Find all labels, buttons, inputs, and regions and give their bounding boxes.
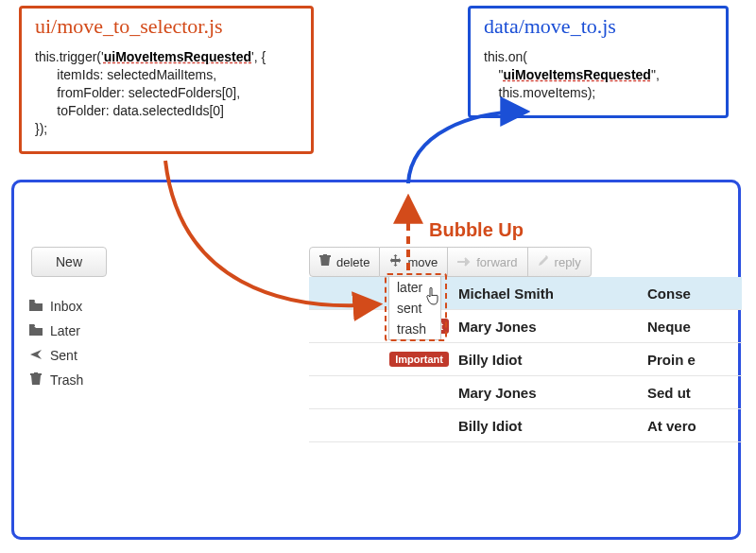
folder-list: Inbox Later Sent Trash: [24, 294, 194, 392]
sent-icon: [29, 348, 43, 363]
move-dropdown[interactable]: later sent trash: [388, 276, 441, 340]
forward-icon: [457, 255, 471, 269]
folder-sent[interactable]: Sent: [24, 343, 194, 368]
mail-from: Mary Jones: [458, 385, 647, 401]
dropdown-option-sent[interactable]: sent: [389, 298, 440, 319]
code-box-title: data/move_to.js: [484, 14, 713, 39]
tag-cell: Important: [309, 352, 458, 367]
code-snippet: this.trigger('uiMoveItemsRequested', { i…: [35, 48, 298, 138]
reply-button[interactable]: reply: [528, 247, 592, 277]
trash-icon: [29, 372, 43, 389]
button-label: delete: [336, 255, 369, 269]
mail-from: Billy Idiot: [458, 418, 647, 434]
bubble-up-label: Bubble Up: [429, 219, 524, 240]
mail-from: Billy Idiot: [458, 352, 647, 368]
folder-icon: [29, 323, 43, 338]
folder-label: Trash: [50, 372, 83, 388]
mail-from: Mary Jones: [458, 319, 647, 335]
mail-subject: Proin e: [647, 352, 742, 368]
trash-icon: [319, 254, 331, 269]
dropdown-option-later[interactable]: later: [389, 277, 440, 298]
folder-icon: [29, 299, 43, 314]
pencil-icon: [538, 255, 549, 269]
folder-label: Inbox: [50, 299, 82, 314]
folder-label: Sent: [50, 348, 77, 363]
code-box-title: ui/move_to_selector.js: [35, 14, 298, 39]
mail-from: Michael Smith: [458, 285, 647, 302]
app-frame: New Inbox Later Sent: [11, 180, 741, 540]
mail-subject: At vero: [647, 418, 742, 434]
mail-row[interactable]: Important Mary Jones Neque: [309, 310, 742, 343]
move-icon: [389, 254, 402, 269]
mail-subject: Neque: [647, 319, 742, 335]
button-label: reply: [555, 255, 581, 269]
delete-button[interactable]: delete: [309, 247, 380, 277]
code-snippet: this.on( "uiMoveItemsRequested", this.mo…: [484, 48, 713, 102]
mail-row[interactable]: Billy Idiot At vero: [309, 409, 742, 442]
mail-row[interactable]: Important Billy Idiot Proin e: [309, 343, 742, 376]
important-badge: Important: [389, 352, 449, 367]
code-box-ui-trigger: ui/move_to_selector.js this.trigger('uiM…: [19, 6, 314, 154]
button-label: forward: [476, 255, 517, 269]
mail-subject: Conse: [647, 285, 742, 302]
mail-row[interactable]: Mary Jones Sed ut: [309, 376, 742, 409]
mail-subject: Sed ut: [647, 385, 742, 401]
dropdown-option-trash[interactable]: trash: [389, 319, 440, 339]
button-label: move: [407, 255, 438, 269]
mail-row[interactable]: Michael Smith Conse: [309, 277, 742, 310]
mail-list: Michael Smith Conse Important Mary Jones…: [309, 277, 742, 442]
forward-button[interactable]: forward: [448, 247, 527, 277]
code-box-data-listener: data/move_to.js this.on( "uiMoveItemsReq…: [468, 6, 729, 118]
folder-inbox[interactable]: Inbox: [24, 294, 194, 319]
arrow-frame-to-listener: [408, 112, 525, 183]
new-button[interactable]: New: [31, 247, 107, 277]
folder-later[interactable]: Later: [24, 319, 194, 343]
mail-toolbar: delete move forward reply: [309, 247, 592, 277]
folder-trash[interactable]: Trash: [24, 368, 194, 392]
move-button[interactable]: move: [380, 247, 448, 277]
folder-label: Later: [50, 323, 80, 338]
